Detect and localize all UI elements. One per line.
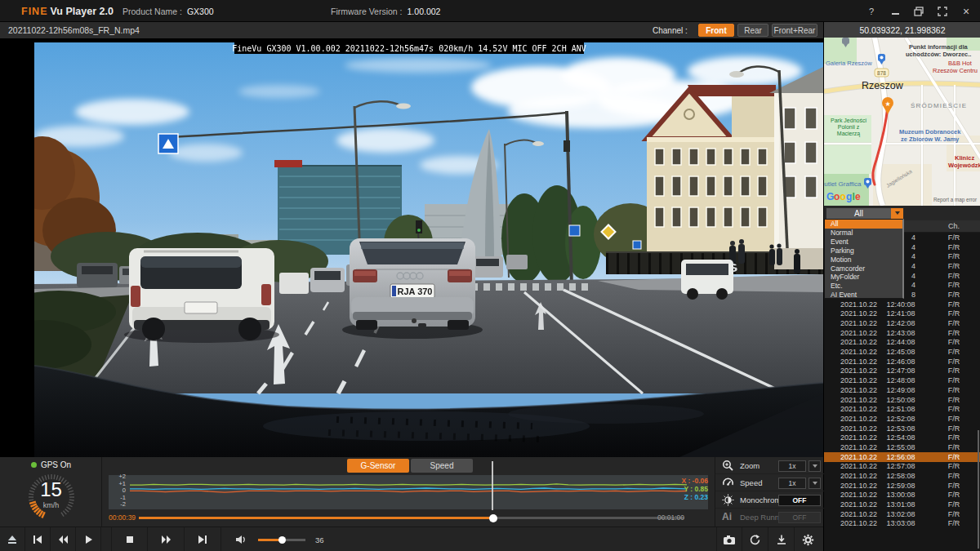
zoom-dropdown-arrow-icon[interactable] — [808, 460, 821, 472]
monochrome-toggle[interactable]: OFF — [778, 495, 821, 506]
file-list-row[interactable]: 2021.10.2212:55:08F/R — [824, 442, 980, 452]
tab-speed[interactable]: Speed — [411, 459, 473, 473]
download-button[interactable] — [768, 527, 795, 551]
file-list-scrollbar[interactable] — [978, 430, 979, 549]
file-list-row[interactable]: 2021.10.2212:43:08F/R — [824, 328, 980, 338]
product-label: Product Name : — [122, 7, 182, 16]
filter-option[interactable]: Camcorder — [825, 264, 902, 273]
right-panel: 50.039322, 21.998362 — [823, 22, 980, 551]
file-list-row[interactable]: 2021.10.2213:01:08F/R — [824, 500, 980, 509]
product-name: Product Name : GX300 — [122, 0, 214, 22]
repeat-button[interactable] — [742, 527, 768, 551]
svg-text:★: ★ — [884, 100, 890, 108]
zoom-icon — [722, 460, 734, 472]
gps-status-label: GPS On — [41, 460, 71, 469]
ytick-0: 0 — [111, 487, 126, 494]
file-list-row[interactable]: 2021.10.2212:58:08F/R — [824, 471, 980, 481]
filter-option[interactable]: Motion — [825, 255, 902, 264]
file-filter-combo[interactable]: All — [826, 207, 904, 220]
speed-value: 15 — [0, 478, 102, 501]
minimize-icon[interactable] — [889, 6, 901, 17]
file-list-row[interactable]: 2021.10.2213:03:08F/R — [824, 519, 980, 529]
volume-slider[interactable] — [258, 539, 305, 541]
channel-front-rear-button[interactable]: Front+Rear — [772, 24, 817, 37]
route-map[interactable]: ★ 878 Punkt informacji dla uchodźców: Dw… — [824, 38, 980, 206]
file-list-row[interactable]: 2021.10.2212:42:08F/R — [824, 318, 980, 328]
file-list-row[interactable]: 2021.10.2213:00:08F/R — [824, 491, 980, 500]
file-list-row[interactable]: 2021.10.2212:49:08F/R — [824, 385, 980, 395]
snapshot-button[interactable] — [716, 527, 742, 551]
window-controls: ? × — [866, 0, 972, 22]
volume-icon[interactable] — [235, 534, 247, 545]
file-list-row[interactable]: 2021.10.2212:53:08F/R — [824, 424, 980, 433]
timeline-total-time: 00:01:00 — [631, 513, 684, 522]
zoom-value[interactable]: 1x — [778, 460, 806, 472]
ai-icon: Ai — [722, 511, 734, 523]
svg-text:Park Jedności: Park Jedności — [831, 118, 866, 123]
rewind-button[interactable] — [51, 527, 76, 551]
file-list-row[interactable]: 2021.10.2212:40:08F/R — [824, 300, 980, 309]
timeline-slider[interactable] — [139, 517, 684, 519]
google-logo[interactable]: Google — [826, 191, 861, 202]
silver-audi: RJA 370 — [342, 238, 483, 339]
file-list-row[interactable]: 2021.10.2212:44:08F/R — [824, 338, 980, 348]
file-list-row[interactable]: 2021.10.2212:50:08F/R — [824, 395, 980, 405]
zoom-label: Zoom — [740, 457, 760, 474]
speed-value[interactable]: 1x — [778, 478, 806, 489]
file-list-row[interactable]: 2021.10.2213:02:08F/R — [824, 509, 980, 519]
volume-knob[interactable] — [278, 536, 286, 544]
restore-icon[interactable] — [913, 6, 924, 17]
stop-button[interactable] — [111, 527, 148, 551]
gsensor-z-value: Z : 0.23 — [659, 493, 708, 501]
close-icon[interactable]: × — [960, 6, 972, 17]
gsensor-x-value: X : -0.06 — [659, 477, 708, 485]
file-list-row[interactable]: 2021.10.2212:59:08F/R — [824, 481, 980, 491]
map-label-punkt: Punkt informacji dla uchodźców: Dworzec.… — [906, 43, 971, 58]
timeline-knob[interactable] — [489, 514, 497, 522]
filter-option[interactable]: All — [825, 220, 902, 229]
fast-forward-button[interactable] — [148, 527, 185, 551]
filter-option[interactable]: Normal — [825, 229, 902, 238]
tab-gsensor[interactable]: G-Sensor — [347, 459, 409, 473]
current-filename: 20211022-12h56m08s_FR_N.mp4 — [8, 22, 140, 38]
dashcam-video-frame: BUS — [34, 42, 823, 457]
eject-button[interactable] — [0, 527, 25, 551]
fullscreen-icon[interactable] — [937, 6, 948, 17]
gps-status: GPS On — [0, 460, 102, 469]
help-icon[interactable]: ? — [866, 6, 877, 17]
video-viewport[interactable]: BUS — [34, 42, 823, 457]
playhead-line[interactable] — [492, 461, 493, 510]
channel-rear-button[interactable]: Rear — [737, 24, 768, 37]
skip-end-button[interactable] — [185, 527, 221, 551]
filter-option[interactable]: AI Event — [825, 291, 902, 300]
play-button[interactable] — [76, 527, 101, 551]
file-list-row[interactable]: 2021.10.2212:57:08F/R — [824, 462, 980, 472]
file-list-row[interactable]: 2021.10.2212:46:08F/R — [824, 357, 980, 367]
filter-option[interactable]: MyFolder — [825, 273, 902, 282]
file-list-row[interactable]: 2021.10.2212:51:08F/R — [824, 404, 980, 414]
volume-value: 36 — [315, 527, 324, 551]
toolbar: 20211022-12h56m08s_FR_N.mp4 Channel : Fr… — [0, 22, 823, 38]
filter-option[interactable]: Etc. — [825, 282, 902, 291]
svg-text:o: o — [840, 191, 846, 202]
title-bar: FINE Vu Player 2.0 Product Name : GX300 … — [0, 0, 980, 22]
gsensor-graph: +2 +1 0 -1 -2 — [109, 475, 708, 509]
filter-dropdown-list[interactable]: AllNormalEventParkingMotionCamcorderMyFo… — [824, 219, 904, 299]
file-list-row[interactable]: 2021.10.2212:56:08F/R — [824, 452, 980, 462]
filter-option[interactable]: Parking — [825, 247, 902, 256]
file-list-row[interactable]: 2021.10.2212:41:08F/R — [824, 309, 980, 319]
skip-start-button[interactable] — [25, 527, 51, 551]
file-list-row[interactable]: 2021.10.2212:48:08F/R — [824, 375, 980, 385]
file-list-row[interactable]: 2021.10.2212:54:08F/R — [824, 433, 980, 442]
file-list-row[interactable]: 2021.10.2212:47:08F/R — [824, 367, 980, 376]
filter-dropdown-arrow-icon[interactable] — [891, 208, 903, 219]
channel-front-button[interactable]: Front — [698, 24, 734, 37]
white-suv — [124, 248, 279, 343]
file-list-row[interactable]: 2021.10.2212:45:08F/R — [824, 347, 980, 357]
map-label-muzeum: Muzeum Dobranocekze Zbiorów W. Jamy — [899, 128, 961, 143]
speed-dropdown-arrow-icon[interactable] — [808, 478, 821, 489]
settings-gear-icon[interactable] — [795, 527, 821, 551]
filter-option[interactable]: Event — [825, 238, 902, 247]
file-list-row[interactable]: 2021.10.2212:52:08F/R — [824, 414, 980, 424]
playback-controls-panel: Zoom 1x Speed 1x Monochrome OFF Ai Deep … — [715, 457, 823, 527]
